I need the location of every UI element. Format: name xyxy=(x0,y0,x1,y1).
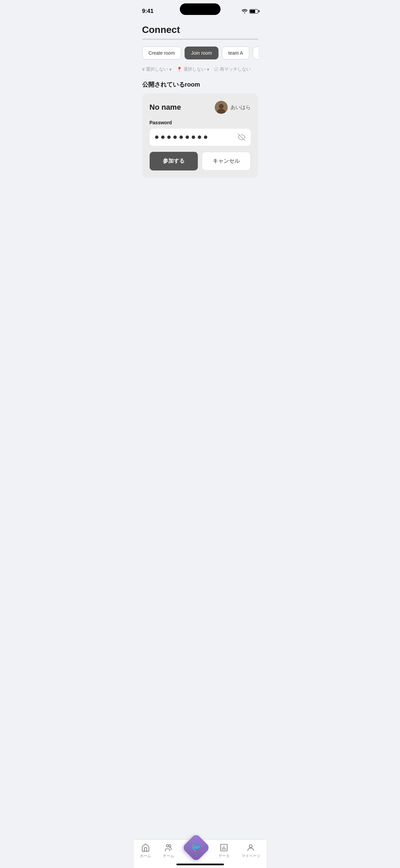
dot-1 xyxy=(155,135,158,139)
dot-8 xyxy=(198,135,201,139)
filter-location[interactable]: 📍 選択しない ▾ xyxy=(176,66,209,72)
status-icons xyxy=(242,9,258,14)
location-icon: 📍 xyxy=(176,67,182,72)
page-title: Connect xyxy=(142,24,258,35)
yen-icon: ¥ xyxy=(142,67,145,72)
eye-off-icon[interactable] xyxy=(238,133,245,141)
chevron-down-icon: ▾ xyxy=(169,67,172,72)
avatar-image xyxy=(215,101,228,114)
dot-6 xyxy=(186,135,189,139)
password-input[interactable] xyxy=(150,129,251,146)
status-notch xyxy=(180,3,221,15)
checkbox-icon: ☑ xyxy=(214,67,218,72)
tabs-row: Create room Join room team A team b xyxy=(142,47,258,59)
card-actions: 参加する キャンセル xyxy=(150,152,251,170)
dot-7 xyxy=(192,135,195,139)
filter-price[interactable]: ¥ 選択しない ▾ xyxy=(142,66,172,72)
status-time: 9:41 xyxy=(142,8,154,15)
dot-3 xyxy=(167,135,171,139)
title-underline xyxy=(142,39,258,40)
dot-5 xyxy=(179,135,183,139)
battery-icon xyxy=(249,9,258,14)
chevron-down-icon-2: ▾ xyxy=(207,67,209,72)
filter-price-label: 選択しない xyxy=(146,66,168,72)
avatar xyxy=(215,101,228,114)
cancel-button[interactable]: キャンセル xyxy=(202,152,251,170)
filter-rematch[interactable]: ☑ 再マッチしない xyxy=(214,66,251,72)
tab-team-b[interactable]: team b xyxy=(253,47,258,59)
main-content: Connect Create room Join room team A tea… xyxy=(134,18,266,178)
dot-4 xyxy=(173,135,177,139)
section-title: 公開されているroom xyxy=(142,80,258,89)
join-button[interactable]: 参加する xyxy=(150,152,198,170)
filter-location-label: 選択しない xyxy=(184,66,206,72)
status-bar: 9:41 xyxy=(134,0,266,18)
dot-2 xyxy=(161,135,165,139)
tab-team-a[interactable]: team A xyxy=(222,47,250,59)
tab-join-room[interactable]: Join room xyxy=(185,47,218,59)
dot-9 xyxy=(204,135,207,139)
tab-create-room[interactable]: Create room xyxy=(142,47,182,59)
owner-name: あいはら xyxy=(230,104,251,111)
password-label: Password xyxy=(150,120,251,125)
room-card: No name あいはら Password xyxy=(142,93,258,178)
wifi-icon xyxy=(242,9,247,13)
svg-point-1 xyxy=(219,104,224,109)
room-owner: あいはら xyxy=(215,101,251,114)
filter-rematch-label: 再マッチしない xyxy=(220,66,251,72)
avatar-svg xyxy=(215,101,228,114)
room-card-header: No name あいはら xyxy=(150,101,251,114)
filters-row: ¥ 選択しない ▾ 📍 選択しない ▾ ☑ 再マッチしない xyxy=(142,66,258,72)
password-dots xyxy=(155,135,207,139)
room-name: No name xyxy=(150,103,181,112)
